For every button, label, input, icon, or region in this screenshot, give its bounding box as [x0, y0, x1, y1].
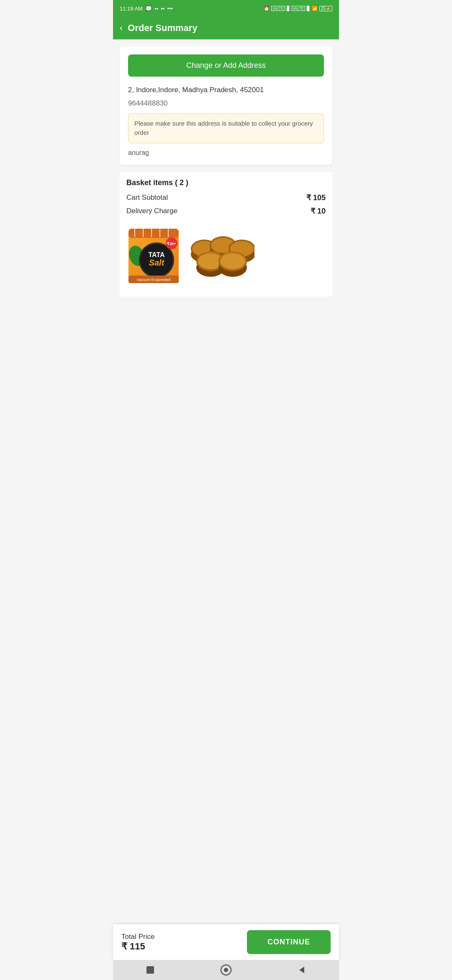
battery-icon: 25⚡	[319, 6, 332, 11]
svg-text:TATA: TATA	[148, 251, 165, 258]
main-content: Change or Add Address 2, Indore,Indore, …	[113, 39, 339, 307]
cart-subtotal-value: ₹ 105	[306, 193, 326, 202]
nav-bar	[113, 960, 339, 980]
svg-point-33	[224, 968, 228, 972]
back-button[interactable]: ‹	[120, 23, 123, 34]
tata-salt-image: TATA Salt Vacuum Evaporated ₹30+	[126, 226, 181, 286]
bottom-bar: Total Price ₹ 115 CONTINUE	[113, 924, 339, 960]
continue-button[interactable]: CONTINUE	[247, 930, 331, 954]
total-price: ₹ 115	[121, 941, 154, 952]
nav-back-button[interactable]	[297, 965, 307, 975]
total-label: Total Price	[121, 933, 154, 941]
time: 11:19 AM	[120, 5, 143, 12]
delivery-charge-row: Delivery Charge ₹ 10	[126, 206, 326, 216]
svg-text:Vacuum Evaporated: Vacuum Evaporated	[137, 278, 171, 282]
change-address-button[interactable]: Change or Add Address	[128, 54, 324, 77]
order-section: Basket items ( 2 ) Cart Subtotal ₹ 105 D…	[120, 172, 332, 297]
delivery-charge-label: Delivery Charge	[126, 207, 177, 215]
svg-text:Salt: Salt	[149, 258, 165, 267]
address-text: 2, Indore,Indore, Madhya Pradesh, 452001	[128, 85, 324, 95]
status-bar: 11:19 AM 💬 ▪▪ ▪▪ ••• ⏰ VoLTE ▊ VoLTE ▊ 📶…	[113, 0, 339, 17]
volte2-icon: VoLTE	[292, 6, 305, 11]
dots-icon: •••	[167, 5, 173, 12]
svg-text:₹30+: ₹30+	[167, 242, 176, 246]
volte-icon: VoLTE	[271, 6, 285, 11]
products-row: TATA Salt Vacuum Evaporated ₹30+	[126, 222, 326, 290]
alarm-icon: ⏰	[264, 6, 270, 11]
svg-marker-34	[299, 967, 304, 973]
user-name: anurag	[128, 149, 324, 157]
wifi-icon: ▪▪	[154, 5, 158, 12]
address-card: Change or Add Address 2, Indore,Indore, …	[120, 46, 332, 165]
cart-subtotal-label: Cart Subtotal	[126, 193, 168, 202]
nav-square-button[interactable]	[145, 965, 155, 975]
nav-home-button[interactable]	[220, 964, 232, 976]
phone-text: 9644488830	[128, 99, 324, 108]
msg-icon: 💬	[145, 5, 152, 12]
page-title: Order Summary	[128, 23, 197, 34]
address-notice-box: Please make sure this address is suitabl…	[128, 113, 324, 143]
signal1-icon: ▊	[287, 6, 290, 11]
msg2-icon: ▪▪	[161, 5, 164, 12]
svg-point-30	[220, 253, 245, 269]
jaggery-image	[187, 226, 254, 280]
header: ‹ Order Summary	[113, 17, 339, 39]
svg-rect-31	[146, 966, 154, 974]
status-left: 11:19 AM 💬 ▪▪ ▪▪ •••	[120, 5, 173, 12]
status-right: ⏰ VoLTE ▊ VoLTE ▊ 📶 25⚡	[264, 6, 332, 11]
total-section: Total Price ₹ 115	[121, 933, 154, 952]
delivery-charge-value: ₹ 10	[311, 206, 326, 216]
address-notice-text: Please make sure this address is suitabl…	[134, 119, 318, 138]
svg-rect-1	[128, 229, 179, 238]
signal2-icon: ▊	[307, 6, 310, 11]
wifi2-icon: 📶	[312, 6, 318, 11]
basket-title: Basket items ( 2 )	[126, 178, 326, 187]
cart-subtotal-row: Cart Subtotal ₹ 105	[126, 193, 326, 202]
